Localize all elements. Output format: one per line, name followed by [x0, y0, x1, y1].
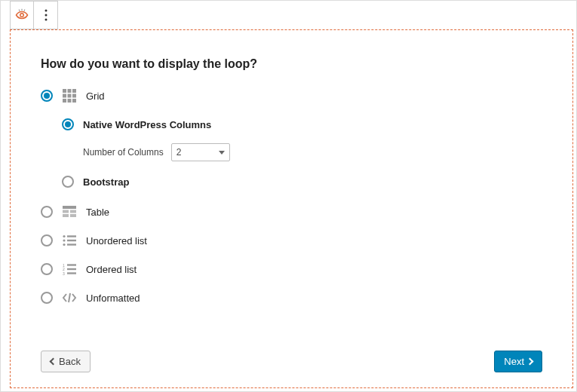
unordered-list-icon — [62, 233, 77, 248]
svg-rect-16 — [63, 214, 69, 217]
table-icon — [62, 204, 77, 219]
columns-select-value: 2 — [176, 147, 182, 158]
option-grid-label: Grid — [86, 90, 105, 102]
sub-option-bootstrap[interactable]: Bootstrap — [62, 173, 542, 190]
block-options-button[interactable] — [34, 1, 58, 29]
option-unordered-list[interactable]: Unordered list — [41, 232, 542, 249]
option-unformatted-label: Unformatted — [86, 292, 140, 304]
grid-sub-options: Native WordPress Columns Number of Colum… — [62, 116, 542, 190]
svg-point-2 — [45, 14, 47, 17]
svg-rect-13 — [63, 206, 76, 209]
option-ordered-label: Ordered list — [86, 264, 137, 275]
radio-ordered[interactable] — [41, 263, 53, 275]
svg-rect-25 — [67, 264, 76, 265]
svg-rect-21 — [67, 240, 76, 241]
back-button[interactable]: Back — [41, 351, 91, 372]
svg-rect-15 — [70, 210, 76, 213]
code-icon — [62, 290, 77, 305]
editor-block-frame: How do you want to display the loop? Gri… — [0, 0, 577, 392]
svg-rect-6 — [72, 89, 76, 93]
svg-rect-7 — [63, 94, 66, 98]
svg-point-22 — [63, 243, 65, 246]
radio-grid[interactable] — [41, 90, 53, 102]
svg-rect-27 — [67, 268, 76, 270]
kebab-icon — [38, 8, 54, 23]
sub-option-bootstrap-label: Bootstrap — [83, 176, 129, 188]
svg-point-3 — [45, 19, 47, 21]
radio-bootstrap[interactable] — [62, 176, 74, 188]
grid-icon — [62, 88, 77, 103]
svg-rect-11 — [68, 99, 72, 103]
radio-table[interactable] — [41, 206, 53, 218]
svg-rect-14 — [63, 210, 69, 213]
svg-rect-29 — [67, 272, 76, 274]
wizard-panel: How do you want to display the loop? Gri… — [10, 29, 573, 388]
svg-rect-17 — [70, 214, 76, 217]
native-columns-detail: Number of Columns 2 — [83, 143, 542, 161]
wizard-footer: Back Next — [41, 351, 542, 372]
option-table[interactable]: Table — [41, 204, 542, 220]
svg-rect-10 — [63, 99, 66, 103]
svg-rect-4 — [63, 89, 66, 93]
radio-unformatted[interactable] — [41, 292, 53, 304]
svg-point-20 — [63, 239, 65, 241]
sub-option-native[interactable]: Native WordPress Columns — [62, 116, 542, 133]
sub-option-native-label: Native WordPress Columns — [83, 119, 211, 130]
option-grid[interactable]: Grid — [41, 87, 542, 104]
wizard-question: How do you want to display the loop? — [41, 57, 542, 71]
option-unformatted[interactable]: Unformatted — [41, 289, 542, 306]
svg-rect-5 — [68, 89, 72, 93]
svg-rect-9 — [72, 94, 76, 98]
chevron-down-icon — [219, 151, 225, 155]
svg-point-1 — [45, 10, 47, 12]
back-button-label: Back — [59, 356, 81, 367]
views-eye-icon — [14, 8, 29, 23]
radio-native-columns[interactable] — [62, 118, 74, 130]
svg-rect-23 — [67, 243, 76, 245]
columns-label: Number of Columns — [83, 147, 164, 158]
ordered-list-icon: 1 2 3 — [62, 262, 77, 277]
option-unordered-label: Unordered list — [86, 235, 147, 247]
svg-point-18 — [63, 235, 65, 237]
next-button[interactable]: Next — [494, 351, 542, 372]
option-ordered-list[interactable]: 1 2 3 Ordered list — [41, 261, 542, 277]
chevron-right-icon — [526, 358, 534, 366]
chevron-left-icon — [50, 358, 57, 366]
svg-rect-12 — [72, 99, 76, 103]
svg-rect-19 — [67, 235, 76, 237]
option-table-label: Table — [86, 207, 109, 218]
svg-text:3: 3 — [63, 271, 65, 276]
radio-unordered[interactable] — [41, 234, 53, 247]
block-toolbar — [10, 1, 58, 29]
block-type-button[interactable] — [10, 1, 34, 29]
svg-point-0 — [20, 14, 24, 17]
svg-rect-8 — [68, 94, 72, 98]
columns-select[interactable]: 2 — [171, 143, 230, 161]
next-button-label: Next — [504, 356, 524, 367]
